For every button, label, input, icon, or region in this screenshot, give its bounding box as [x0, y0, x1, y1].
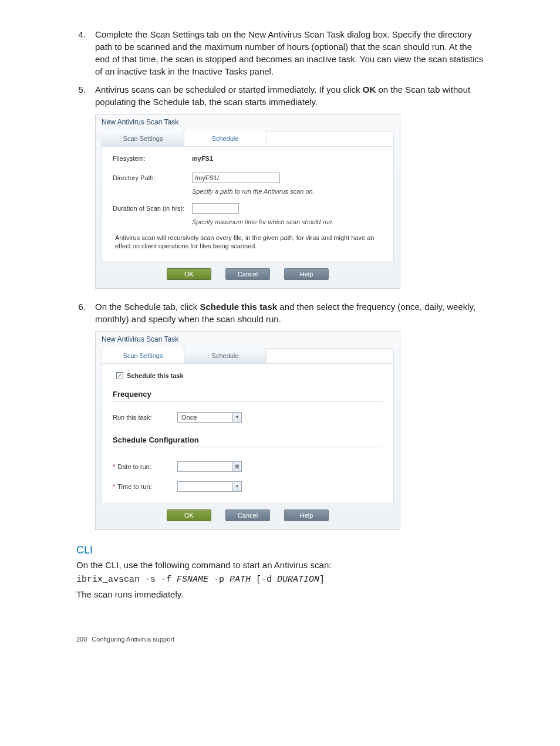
step-4: 4. Complete the Scan Settings tab on the… [76, 28, 484, 77]
schedule-bold: Schedule this task [200, 302, 277, 312]
dialog-title: New Antivirus Scan Task [96, 114, 400, 131]
dialog-footer: OK Cancel Help [96, 261, 400, 288]
step-6: 6. On the Schedule tab, click Schedule t… [76, 301, 484, 325]
tab-scan-settings[interactable]: Scan Settings [102, 348, 184, 363]
time-to-run-label: *Time to run: [113, 483, 177, 490]
step-text: Antivirus scans can be scheduled or star… [95, 85, 363, 94]
date-to-run-input[interactable]: ▦ [177, 461, 242, 472]
dialog-scan-settings: New Antivirus Scan Task Scan Settings Sc… [95, 114, 400, 289]
schedule-config-heading: Schedule Configuration [113, 436, 383, 447]
ok-bold: OK [363, 85, 376, 94]
calendar-icon: ▦ [232, 462, 241, 471]
filesystem-label: Filesystem: [113, 155, 192, 162]
filesystem-value: myFS1 [192, 155, 383, 162]
run-this-task-value: Once [181, 414, 197, 421]
step-5: 5. Antivirus scans can be scheduled or s… [76, 83, 484, 108]
step-body: On the Schedule tab, click Schedule this… [95, 301, 484, 325]
duration-hint: Specify maximum time for which scan shou… [192, 218, 383, 225]
page-footer: 200 Configuring Antivirus support [76, 636, 484, 643]
duration-label: Duration of Scan (in hrs): [113, 205, 192, 212]
tab-schedule[interactable]: Schedule [184, 348, 266, 363]
frequency-heading: Frequency [113, 390, 383, 401]
tab-scan-settings[interactable]: Scan Settings [102, 131, 184, 146]
schedule-this-task-label: Schedule this task [127, 372, 184, 379]
chevron-down-icon: ▾ [232, 482, 241, 491]
tab-schedule[interactable]: Schedule [184, 131, 266, 146]
help-button[interactable]: Help [284, 509, 329, 521]
ok-button[interactable]: OK [167, 268, 211, 280]
dialog-body: Scan Settings Schedule ✓ Schedule this t… [102, 348, 394, 502]
step-body: Complete the Scan Settings tab on the Ne… [95, 28, 484, 77]
help-button[interactable]: Help [284, 268, 329, 280]
dialog-title: New Antivirus Scan Task [96, 332, 400, 348]
cli-command: ibrix_avscan -s -f FSNAME -p PATH [-d DU… [76, 573, 484, 586]
directory-path-label: Directory Path: [113, 174, 192, 181]
step-number: 5. [76, 83, 95, 108]
chevron-down-icon: ▾ [232, 413, 241, 422]
panel-schedule: ✓ Schedule this task Frequency Run this … [102, 364, 393, 502]
dialog-footer: OK Cancel Help [96, 502, 400, 529]
footer-section: Configuring Antivirus support [92, 636, 174, 643]
step-number: 4. [76, 28, 95, 77]
run-this-task-label: Run this task: [113, 414, 177, 421]
ok-button[interactable]: OK [167, 509, 211, 521]
directory-path-hint: Specify a path to run the Antivirus scan… [192, 188, 383, 195]
panel-scan-settings: Filesystem: myFS1 Directory Path: /myFS1… [102, 147, 393, 261]
cli-outro: The scan runs immediately. [76, 588, 484, 600]
scan-note: Antivirus scan will recursively scan eve… [113, 234, 383, 255]
dialog-schedule: New Antivirus Scan Task Scan Settings Sc… [95, 331, 400, 530]
required-asterisk-icon: * [113, 463, 115, 470]
tab-bar: Scan Settings Schedule [102, 131, 393, 147]
dialog-body: Scan Settings Schedule Filesystem: myFS1… [102, 131, 394, 261]
schedule-this-task-checkbox[interactable]: ✓ [116, 372, 123, 379]
directory-path-input[interactable]: /myFS1/ [192, 173, 280, 183]
cli-heading: CLI [76, 544, 484, 556]
step-number: 6. [76, 301, 95, 325]
tab-bar: Scan Settings Schedule [102, 349, 393, 364]
cancel-button[interactable]: Cancel [225, 509, 270, 521]
page-number: 200 [76, 636, 87, 643]
step-text: On the Schedule tab, click [95, 302, 200, 312]
duration-input[interactable] [192, 203, 239, 214]
time-to-run-select[interactable]: ▾ [177, 481, 242, 492]
required-asterisk-icon: * [113, 483, 115, 490]
cli-intro: On the CLI, use the following command to… [76, 559, 484, 571]
date-to-run-label: *Date to run: [113, 463, 177, 470]
cancel-button[interactable]: Cancel [225, 268, 270, 280]
step-body: Antivirus scans can be scheduled or star… [95, 83, 484, 108]
run-this-task-select[interactable]: Once ▾ [177, 412, 242, 423]
